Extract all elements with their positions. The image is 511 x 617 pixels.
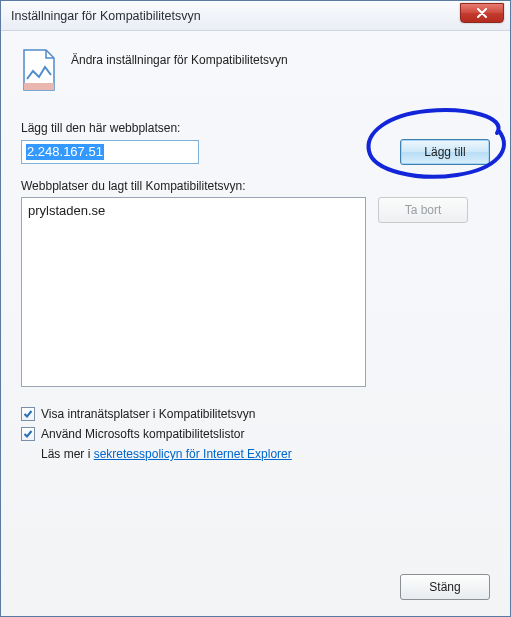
add-site-label: Lägg till den här webbplatsen: <box>21 121 490 135</box>
window-title: Inställningar för Kompatibilitetsvyn <box>11 9 201 23</box>
add-button[interactable]: Lägg till <box>400 139 490 165</box>
titlebar: Inställningar för Kompatibilitetsvyn <box>1 1 510 31</box>
checkbox-intranet[interactable] <box>21 407 35 421</box>
header-row: Ändra inställningar för Kompatibilitetsv… <box>21 49 490 91</box>
privacy-policy-link[interactable]: sekretesspolicyn för Internet Explorer <box>94 447 292 461</box>
close-button[interactable]: Stäng <box>400 574 490 600</box>
checkbox-mslists-row: Använd Microsofts kompatibilitetslistor <box>21 427 490 441</box>
header-text: Ändra inställningar för Kompatibilitetsv… <box>71 49 288 67</box>
sites-listbox[interactable]: prylstaden.se <box>21 197 366 387</box>
remove-button: Ta bort <box>378 197 468 223</box>
checkbox-intranet-row: Visa intranätsplatser i Kompatibilitetsv… <box>21 407 490 421</box>
compat-doc-icon <box>21 49 57 91</box>
window-close-button[interactable] <box>460 3 504 23</box>
dialog-content: Ändra inställningar för Kompatibilitetsv… <box>1 31 510 475</box>
readmore-prefix: Läs mer i <box>41 447 94 461</box>
dialog-window: Inställningar för Kompatibilitetsvyn Änd… <box>0 0 511 617</box>
checkmark-icon <box>23 409 33 419</box>
checkmark-icon <box>23 429 33 439</box>
list-item[interactable]: prylstaden.se <box>28 202 359 220</box>
sites-list-row: prylstaden.se Ta bort <box>21 197 490 387</box>
add-site-input[interactable] <box>21 140 199 164</box>
add-site-row: 2.248.167.51 Lägg till <box>21 139 490 165</box>
readmore-line: Läs mer i sekretesspolicyn för Internet … <box>41 447 490 461</box>
sites-list-label: Webbplatser du lagt till Kompatibilitets… <box>21 179 490 193</box>
checkbox-mslists[interactable] <box>21 427 35 441</box>
checkbox-intranet-label: Visa intranätsplatser i Kompatibilitetsv… <box>41 407 256 421</box>
close-icon <box>476 8 488 18</box>
footer: Stäng <box>400 574 490 600</box>
checkbox-mslists-label: Använd Microsofts kompatibilitetslistor <box>41 427 244 441</box>
